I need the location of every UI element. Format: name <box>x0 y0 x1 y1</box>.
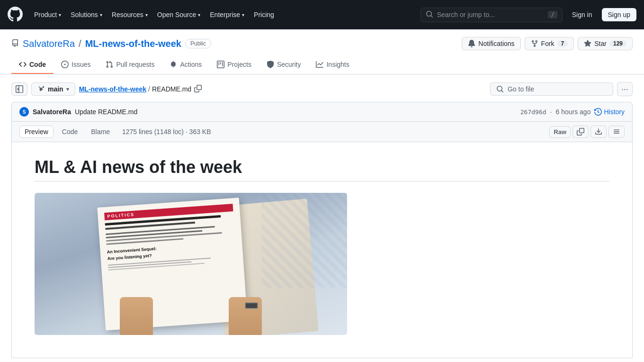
branch-name: main <box>48 85 63 93</box>
repo-separator: / <box>79 38 81 49</box>
file-view-preview-tab[interactable]: Preview <box>19 126 54 138</box>
file-nav-right: Go to file ··· <box>490 82 633 96</box>
tab-security[interactable]: Security <box>259 56 309 74</box>
tab-pull-requests-label: Pull requests <box>116 61 154 68</box>
sign-in-button[interactable]: Sign in <box>568 9 596 21</box>
fork-label: Fork <box>541 40 555 47</box>
nav-open-source-chevron-icon: ▾ <box>198 12 200 18</box>
readme-title: ML & AI news of the week <box>35 157 609 181</box>
search-bar[interactable]: Search or jump to... / <box>420 8 563 22</box>
tab-projects[interactable]: Projects <box>209 56 259 74</box>
branch-selector[interactable]: main ▾ <box>31 82 75 96</box>
search-bar-text: Search or jump to... <box>437 11 545 18</box>
nav-enterprise-label: Enterprise <box>210 11 240 18</box>
repo-owner-link[interactable]: SalvatoreRa <box>23 38 75 49</box>
nav-solutions[interactable]: Solutions ▾ <box>67 8 106 21</box>
commit-time: 6 hours ago <box>555 108 590 116</box>
tab-projects-label: Projects <box>227 61 251 68</box>
top-nav: Product ▾ Solutions ▾ Resources ▾ Open S… <box>0 0 644 29</box>
file-actions: Raw <box>549 126 625 138</box>
file-stats: 1275 lines (1148 loc) · 363 KB <box>122 128 211 136</box>
notifications-label: Notifications <box>478 40 514 47</box>
file-nav-bar: main ▾ ML-news-of-the-week / README.md G… <box>11 82 633 96</box>
tab-pull-requests[interactable]: Pull requests <box>98 56 162 74</box>
fork-count: 7 <box>557 40 568 47</box>
nav-pricing-label: Pricing <box>254 11 274 18</box>
nav-open-source-label: Open Source <box>157 11 197 18</box>
tab-security-label: Security <box>277 61 301 68</box>
visibility-badge: Public <box>185 39 211 48</box>
copy-raw-button[interactable] <box>572 126 589 138</box>
repo-title-row: SalvatoreRa / ML-news-of-the-week Public… <box>11 37 633 50</box>
commit-dot-separator: · <box>550 108 552 116</box>
search-icon <box>426 10 433 19</box>
breadcrumb-filename: README.md <box>152 85 191 93</box>
tab-code[interactable]: Code <box>11 56 54 74</box>
star-label: Star <box>594 40 607 47</box>
commit-message: Update README.md <box>75 108 137 116</box>
readme-content: ML & AI news of the week POLITICS <box>11 142 633 358</box>
commit-meta: 267d96d · 6 hours ago History <box>520 108 625 116</box>
svg-text:S: S <box>23 109 26 115</box>
toc-button[interactable] <box>608 126 625 138</box>
tab-actions-label: Actions <box>180 61 202 68</box>
nav-product-label: Product <box>34 11 57 18</box>
sign-up-button[interactable]: Sign up <box>602 8 636 21</box>
repo-icon <box>11 39 19 48</box>
tab-code-label: Code <box>29 61 46 68</box>
go-to-file-label: Go to file <box>508 85 534 93</box>
file-section: main ▾ ML-news-of-the-week / README.md G… <box>0 74 644 362</box>
nav-resources-chevron-icon: ▾ <box>145 12 148 18</box>
nav-resources[interactable]: Resources ▾ <box>108 8 152 21</box>
nav-pricing[interactable]: Pricing <box>250 8 278 21</box>
history-label: History <box>604 108 625 116</box>
nav-open-source[interactable]: Open Source ▾ <box>153 8 205 21</box>
tab-issues-label: Issues <box>72 61 90 68</box>
copy-path-button[interactable] <box>193 84 203 95</box>
readme-hero-image: POLITICS An Inconvenient Sequel: Are you… <box>35 193 347 335</box>
nav-enterprise-chevron-icon: ▾ <box>242 12 244 18</box>
download-button[interactable] <box>590 126 607 138</box>
tab-issues[interactable]: Issues <box>54 56 98 74</box>
file-nav-left: main ▾ ML-news-of-the-week / README.md <box>11 82 203 96</box>
file-view-blame-tab[interactable]: Blame <box>86 126 115 137</box>
star-button[interactable]: Star 129 <box>578 37 633 50</box>
nav-solutions-label: Solutions <box>71 11 98 18</box>
nav-product-chevron-icon: ▾ <box>59 12 61 18</box>
github-logo[interactable] <box>8 7 23 23</box>
main-nav: Product ▾ Solutions ▾ Resources ▾ Open S… <box>30 8 417 21</box>
breadcrumb: ML-news-of-the-week / README.md <box>79 84 203 95</box>
go-to-file-input[interactable]: Go to file <box>490 82 613 96</box>
history-link[interactable]: History <box>594 108 625 116</box>
nav-enterprise[interactable]: Enterprise ▾ <box>206 8 248 21</box>
file-view-code-tab[interactable]: Code <box>57 126 82 137</box>
branch-chevron-icon: ▾ <box>66 86 69 92</box>
nav-product[interactable]: Product ▾ <box>30 8 65 21</box>
raw-button[interactable]: Raw <box>549 126 571 138</box>
nav-resources-label: Resources <box>112 11 143 18</box>
file-content-header: Preview Code Blame 1275 lines (1148 loc)… <box>11 122 633 142</box>
commit-author: SalvatoreRa <box>33 108 71 116</box>
tab-actions[interactable]: Actions <box>162 56 209 74</box>
star-count: 129 <box>609 40 626 47</box>
commit-row: S SalvatoreRa Update README.md 267d96d ·… <box>11 102 633 122</box>
breadcrumb-separator: / <box>148 85 150 93</box>
notifications-button[interactable]: Notifications <box>462 37 520 50</box>
avatar: S <box>19 107 29 117</box>
nav-right: Search or jump to... / Sign in Sign up <box>420 8 636 22</box>
sidebar-toggle-button[interactable] <box>11 82 27 96</box>
repo-header: SalvatoreRa / ML-news-of-the-week Public… <box>0 29 644 74</box>
fork-button[interactable]: Fork 7 <box>525 37 574 50</box>
breadcrumb-repo-link[interactable]: ML-news-of-the-week <box>79 85 146 93</box>
repo-tabs: Code Issues Pull requests Actions Projec… <box>11 56 633 74</box>
tab-insights[interactable]: Insights <box>308 56 357 74</box>
repo-actions: Notifications Fork 7 Star 129 <box>462 37 633 50</box>
nav-solutions-chevron-icon: ▾ <box>100 12 102 18</box>
commit-hash: 267d96d <box>520 109 546 116</box>
raw-label: Raw <box>554 128 566 136</box>
search-kbd: / <box>548 11 557 18</box>
tab-insights-label: Insights <box>326 61 349 68</box>
more-options-button[interactable]: ··· <box>617 82 633 96</box>
repo-name-link[interactable]: ML-news-of-the-week <box>85 38 181 49</box>
